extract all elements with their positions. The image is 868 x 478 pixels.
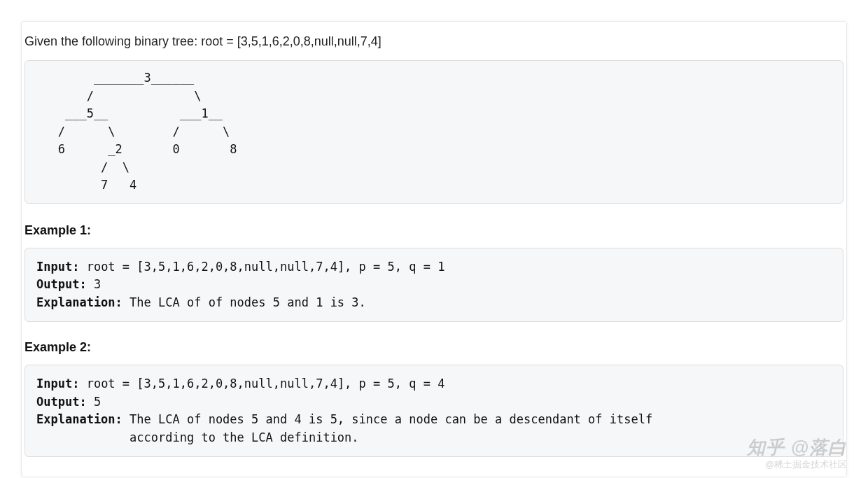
output-value: 3 [87,277,101,291]
output-label: Output: [36,395,87,409]
input-value: root = [3,5,1,6,2,0,8,null,null,7,4], p … [79,377,444,391]
explanation-label: Explanation: [36,295,122,309]
explanation-value: The LCA of of nodes 5 and 1 is 3. [122,295,366,309]
intro-text: Given the following binary tree: root = … [22,22,846,60]
explanation-value: The LCA of nodes 5 and 4 is 5, since a n… [36,412,652,444]
example-2-block: Input: root = [3,5,1,6,2,0,8,null,null,7… [24,365,844,457]
problem-container: Given the following binary tree: root = … [21,21,847,477]
output-label: Output: [36,277,87,291]
explanation-label: Explanation: [36,412,122,426]
example-1-block: Input: root = [3,5,1,6,2,0,8,null,null,7… [24,248,844,323]
example-2-heading: Example 2: [22,335,846,365]
tree-diagram-block: _______3______ / \ ___5__ ___1__ / \ / \… [24,60,844,204]
output-value: 5 [87,395,101,409]
input-value: root = [3,5,1,6,2,0,8,null,null,7,4], p … [79,260,444,274]
input-label: Input: [36,377,79,391]
input-label: Input: [36,260,79,274]
example-1-heading: Example 1: [22,218,846,248]
